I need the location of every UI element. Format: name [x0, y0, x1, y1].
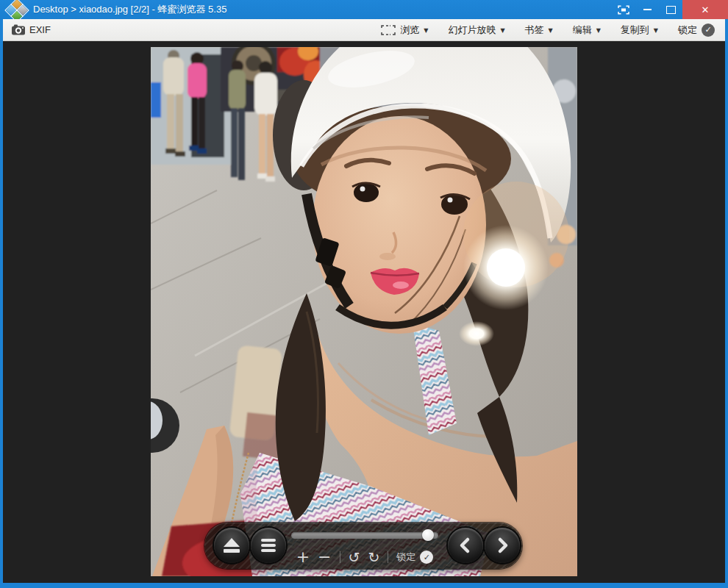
- close-button[interactable]: ✕: [682, 0, 728, 19]
- titlebar: Desktop > xiaodao.jpg [2/2] - 蜂蜜浏览器 5.35…: [0, 0, 728, 19]
- photo-image: [151, 47, 577, 576]
- lock-toggle[interactable]: 锁定 ✓: [396, 551, 433, 564]
- window-frame: EXIF 浏览 ▼ 幻灯片放映 ▼ 书签 ▼: [3, 19, 725, 583]
- menu-lock-label: 锁定: [678, 24, 697, 37]
- menu-slideshow-label: 幻灯片放映: [448, 24, 496, 37]
- divider: [340, 551, 340, 563]
- eject-icon-bar: [224, 549, 240, 553]
- menu-copy-to-label: 复制到: [621, 24, 649, 37]
- menu-slideshow[interactable]: 幻灯片放映 ▼: [448, 24, 504, 37]
- chevron-down-icon: ▼: [500, 26, 504, 34]
- chevron-down-icon: ▼: [424, 26, 428, 34]
- zoom-in-button[interactable]: +: [296, 549, 310, 565]
- maximize-icon: [666, 6, 676, 14]
- slider-thumb[interactable]: [422, 529, 434, 541]
- zoom-out-button[interactable]: −: [318, 549, 331, 565]
- control-bar: + − ↺ ↻ 锁定 ✓: [204, 523, 522, 569]
- eject-button[interactable]: [214, 528, 249, 563]
- viewer-canvas: + − ↺ ↻ 锁定 ✓: [3, 41, 725, 583]
- menu-button[interactable]: [251, 528, 286, 563]
- menu-browse-label: 浏览: [400, 24, 419, 37]
- app-icon[interactable]: [7, 1, 27, 18]
- window-title: Desktop > xiaodao.jpg [2/2] - 蜂蜜浏览器 5.35: [33, 3, 226, 16]
- chevron-down-icon: ▼: [654, 26, 658, 34]
- close-icon: ✕: [702, 4, 710, 15]
- fullscreen-toggle-button[interactable]: [612, 0, 635, 19]
- prev-image-button[interactable]: [448, 528, 483, 563]
- exif-label: EXIF: [29, 24, 51, 35]
- hamburger-menu-icon: [261, 539, 276, 542]
- hamburger-menu-icon: [261, 549, 276, 552]
- camera-icon: [12, 24, 25, 35]
- chevron-left-icon: [458, 536, 473, 555]
- window-controls: ✕: [612, 0, 728, 19]
- chevron-down-icon: ▼: [596, 26, 601, 34]
- divider: [388, 551, 388, 563]
- next-image-button[interactable]: [485, 528, 520, 563]
- toolbar-menus: 浏览 ▼ 幻灯片放映 ▼ 书签 ▼ 编辑 ▼ 复制到 ▼ 锁定 ✓: [381, 24, 715, 37]
- control-row: + − ↺ ↻ 锁定 ✓: [287, 548, 443, 566]
- chevron-down-icon: ▼: [549, 26, 553, 34]
- photo[interactable]: [151, 47, 577, 576]
- menu-edit[interactable]: 编辑 ▼: [573, 24, 601, 37]
- rotate-right-button[interactable]: ↻: [368, 551, 379, 564]
- eject-icon: [224, 538, 240, 547]
- chevron-right-icon: [495, 536, 510, 555]
- rotate-left-button[interactable]: ↺: [349, 551, 360, 564]
- zoom-slider[interactable]: [291, 532, 438, 539]
- maximize-button[interactable]: [659, 0, 682, 19]
- lock-label: 锁定: [396, 551, 415, 564]
- menu-bookmarks[interactable]: 书签 ▼: [525, 24, 553, 37]
- exif-button[interactable]: EXIF: [12, 24, 51, 35]
- hamburger-menu-icon: [261, 544, 276, 547]
- minimize-icon: [643, 9, 652, 10]
- menu-copy-to[interactable]: 复制到 ▼: [621, 24, 658, 37]
- check-circle-icon: ✓: [420, 551, 433, 564]
- menu-browse[interactable]: 浏览 ▼: [381, 24, 428, 37]
- minimize-button[interactable]: [635, 0, 659, 19]
- menu-bookmarks-label: 书签: [525, 24, 544, 37]
- menu-lock-toggle[interactable]: 锁定 ✓: [678, 24, 715, 37]
- fullscreen-toggle-icon: [618, 5, 629, 15]
- check-circle-icon: ✓: [702, 24, 715, 37]
- fit-view-icon: [381, 25, 396, 35]
- menu-edit-label: 编辑: [573, 24, 592, 37]
- toolbar: EXIF 浏览 ▼ 幻灯片放映 ▼ 书签 ▼: [3, 19, 725, 41]
